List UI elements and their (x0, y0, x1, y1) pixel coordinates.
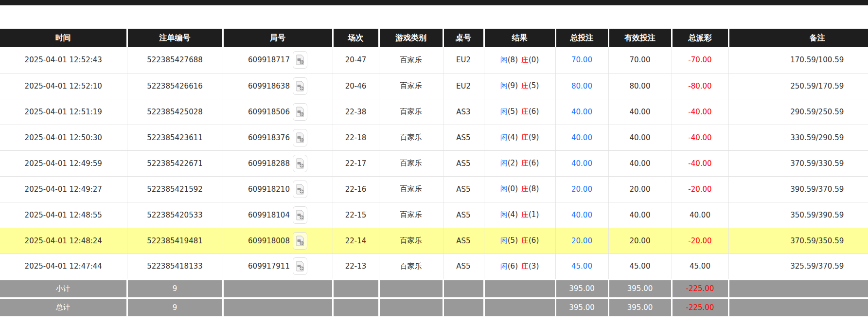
valid-bet-cell: 40.00 (608, 150, 672, 176)
header-bet-id: 注单编号 (127, 29, 223, 47)
payout-cell: -20.00 (672, 176, 728, 202)
header-total-bet: 总投注 (555, 29, 608, 47)
video-replay-icon[interactable] (293, 155, 307, 172)
subtotal-empty (379, 279, 443, 298)
video-replay-icon[interactable] (293, 181, 307, 198)
video-replay-icon[interactable] (293, 51, 307, 69)
valid-bet-cell: 40.00 (608, 125, 672, 150)
total-row: 总计 9 395.00 395.00 -225.00 (0, 298, 868, 316)
session-cell: 20-47 (333, 47, 379, 73)
bet-id-cell: 522385420533 (127, 202, 223, 228)
banker-label: 庄 (521, 262, 529, 271)
game-type-cell: 百家乐 (379, 176, 443, 202)
game-type-cell: 百家乐 (379, 150, 443, 176)
session-cell: 22-15 (333, 202, 379, 228)
valid-bet-cell: 40.00 (608, 202, 672, 228)
banker-label: 庄 (521, 159, 529, 167)
subtotal-label: 小计 (0, 279, 127, 298)
banker-score: (5) (529, 81, 539, 90)
table-row[interactable]: 2025-04-01 12:49:27 522385421592 6099182… (0, 176, 868, 202)
player-score: (5) (508, 236, 518, 245)
payout-cell: -40.00 (672, 125, 728, 150)
total-empty (333, 298, 379, 316)
table-no-cell: AS3 (443, 99, 484, 125)
header-payout: 总派彩 (672, 29, 728, 47)
video-replay-icon[interactable] (293, 129, 307, 146)
payout-cell: -40.00 (672, 99, 728, 125)
round-cell: 609918008 (223, 228, 333, 254)
table-row-highlighted[interactable]: 2025-04-01 12:48:24 522385419481 6099180… (0, 228, 868, 254)
subtotal-empty (443, 279, 484, 298)
banker-score: (6) (529, 236, 539, 245)
bet-id-cell: 522385426616 (127, 73, 223, 99)
game-type-cell: 百家乐 (379, 228, 443, 254)
session-cell: 22-18 (333, 125, 379, 150)
subtotal-valid-bet: 395.00 (608, 279, 672, 298)
table-row[interactable]: 2025-04-01 12:52:10 522385426616 6099186… (0, 73, 868, 99)
game-type-cell: 百家乐 (379, 254, 443, 279)
table-row[interactable]: 2025-04-01 12:52:43 522385427688 6099187… (0, 47, 868, 73)
remark-cell: 390.59/370.59 (728, 176, 868, 202)
player-label: 闲 (500, 184, 508, 193)
video-replay-icon[interactable] (293, 232, 307, 250)
header-session: 场次 (333, 29, 379, 47)
session-cell: 22-13 (333, 254, 379, 279)
subtotal-empty (728, 279, 868, 298)
valid-bet-cell: 45.00 (608, 254, 672, 279)
banker-label: 庄 (521, 81, 529, 90)
valid-bet-cell: 80.00 (608, 73, 672, 99)
table-row[interactable]: 2025-04-01 12:51:19 522385425028 6099185… (0, 99, 868, 125)
video-replay-icon[interactable] (293, 206, 307, 224)
result-cell: 闲(4)庄(9) (484, 125, 555, 150)
payout-cell: -80.00 (672, 73, 728, 99)
bet-id-cell: 522385423611 (127, 125, 223, 150)
round-cell: 609918210 (223, 176, 333, 202)
banker-label: 庄 (521, 107, 529, 116)
top-bar (0, 0, 868, 5)
header-remark: 备注 (728, 29, 868, 47)
banker-score: (3) (529, 262, 539, 271)
player-score: (9) (508, 81, 518, 90)
total-empty (484, 298, 555, 316)
total-empty (379, 298, 443, 316)
table-no-cell: AS5 (443, 125, 484, 150)
subtotal-count: 9 (127, 279, 223, 298)
table-row[interactable]: 2025-04-01 12:48:55 522385420533 6099181… (0, 202, 868, 228)
round-id: 609918506 (248, 108, 290, 116)
banker-score: (9) (529, 133, 539, 142)
video-replay-icon[interactable] (293, 77, 307, 95)
player-score: (4) (508, 133, 518, 142)
result-cell: 闲(9)庄(5) (484, 73, 555, 99)
total-bet-cell: 40.00 (555, 150, 608, 176)
table-row[interactable]: 2025-04-01 12:50:30 522385423611 6099183… (0, 125, 868, 150)
table-row[interactable]: 2025-04-01 12:47:44 522385418133 6099179… (0, 254, 868, 279)
video-replay-icon[interactable] (293, 103, 307, 121)
remark-cell: 325.59/370.59 (728, 254, 868, 279)
time-cell: 2025-04-01 12:48:55 (0, 202, 127, 228)
total-bet-cell: 40.00 (555, 202, 608, 228)
player-label: 闲 (500, 236, 508, 245)
remark-cell: 370.59/330.59 (728, 150, 868, 176)
total-empty (728, 298, 868, 316)
header-game-type: 游戏类别 (379, 29, 443, 47)
video-replay-icon[interactable] (293, 257, 307, 275)
payout-cell: -70.00 (672, 47, 728, 73)
player-score: (6) (508, 262, 518, 271)
result-cell: 闲(6)庄(3) (484, 254, 555, 279)
bet-id-cell: 522385425028 (127, 99, 223, 125)
subtotal-empty (333, 279, 379, 298)
header-table-no: 桌号 (443, 29, 484, 47)
result-cell: 闲(8)庄(0) (484, 47, 555, 73)
table-row[interactable]: 2025-04-01 12:49:59 522385422671 6099182… (0, 150, 868, 176)
banker-score: (6) (529, 159, 539, 167)
header-round-id: 局号 (223, 29, 333, 47)
game-type-cell: 百家乐 (379, 202, 443, 228)
subtotal-total-bet: 395.00 (555, 279, 608, 298)
payout-cell: 45.00 (672, 254, 728, 279)
table-no-cell: AS5 (443, 176, 484, 202)
total-bet-cell: 70.00 (555, 47, 608, 73)
remark-cell: 250.59/170.59 (728, 73, 868, 99)
total-bet-cell: 45.00 (555, 254, 608, 279)
subtotal-row: 小计 9 395.00 395.00 -225.00 (0, 279, 868, 298)
round-id: 609918717 (248, 55, 290, 64)
